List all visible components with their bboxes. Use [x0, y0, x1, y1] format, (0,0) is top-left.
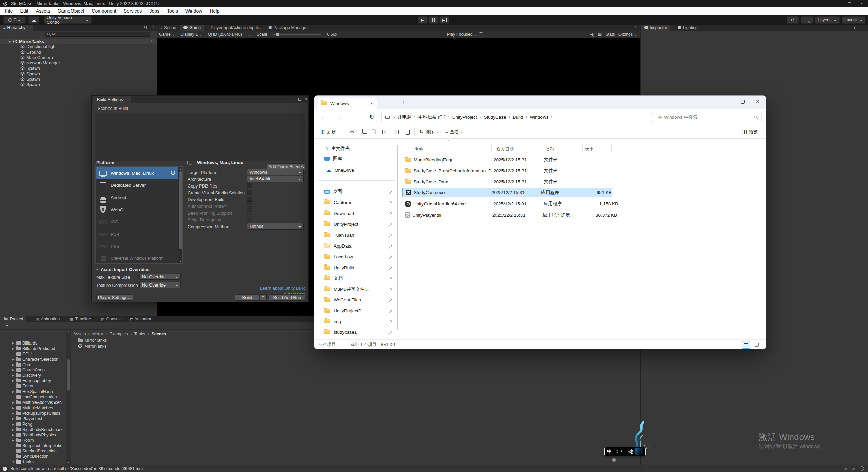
menu-window[interactable]: Window — [182, 8, 206, 14]
tree-item[interactable]: Editor — [0, 383, 66, 389]
build-and-run-button[interactable]: Build And Run — [269, 294, 305, 301]
ime-lang-indicator[interactable]: 中 — [607, 449, 612, 455]
tab-game[interactable]: Game — [180, 25, 204, 31]
platform-uwp[interactable]: Universal Windows Platform — [96, 252, 178, 264]
breadcrumb-item[interactable]: Mirror — [92, 332, 103, 336]
sidebar-unityproject[interactable]: UnityProject — [316, 219, 396, 229]
tree-item[interactable]: ▶RigidbodyPhysics — [0, 432, 66, 438]
lock-icon[interactable] — [144, 27, 147, 29]
hierarchy-add-button[interactable]: + — [3, 31, 8, 37]
scrollbar-thumb[interactable] — [67, 359, 70, 391]
column-date[interactable]: 修改日期 — [496, 146, 514, 152]
breadcrumb-item[interactable]: 本地磁盘 (C:) — [418, 114, 446, 120]
tree-item[interactable]: ▶Chat — [0, 362, 66, 368]
file-row[interactable]: UnityCrashHandler64.exe 2025/12/2 15:31 … — [405, 199, 618, 209]
breadcrumb-item[interactable]: Build — [513, 115, 523, 120]
tab-console[interactable]: ▤Console — [98, 316, 125, 322]
breadcrumb-item[interactable]: Tanks — [134, 332, 145, 336]
tree-item[interactable]: Snapshot Interpolatio — [0, 443, 66, 448]
column-size[interactable]: 大小 — [585, 146, 594, 152]
hierarchy-item[interactable]: Spawn — [20, 76, 40, 82]
target-platform-dropdown[interactable]: Windows — [247, 169, 304, 175]
file-row[interactable]: MonoBleedingEdge 2025/12/2 15:31 文件夹 — [405, 155, 618, 165]
project-zoom-slider[interactable] — [612, 458, 634, 462]
gizmos-dropdown[interactable]: Gizmos — [618, 32, 636, 37]
window-menu-icon[interactable]: ⋮ — [292, 97, 296, 101]
breadcrumb-item[interactable]: Windows — [530, 115, 549, 120]
unity-minimize-icon[interactable] — [835, 4, 839, 4]
tree-item[interactable]: ▶CouchCoop — [0, 367, 66, 373]
texture-compression-dropdown[interactable]: No Override — [139, 282, 181, 288]
view-button[interactable]: ≡ 查看 — [442, 126, 467, 137]
platform-ios[interactable]: iOSiOS — [96, 216, 178, 228]
maximize-icon[interactable] — [298, 98, 301, 101]
project-asset-scene[interactable]: MirrorTanks — [78, 343, 106, 349]
platform-list-scrollbar[interactable]: ▲ ▼ — [178, 167, 182, 263]
display-dropdown[interactable]: Display 1 — [180, 32, 201, 37]
explorer-search-input[interactable] — [658, 115, 754, 120]
sidebar-appdata[interactable]: AppData — [316, 241, 396, 251]
copy-pdb-checkbox[interactable] — [247, 183, 252, 188]
unity-close-icon[interactable]: × — [860, 1, 863, 6]
toolbar-search-button[interactable] — [801, 16, 813, 24]
layers-dropdown[interactable]: Layers — [815, 16, 840, 24]
development-build-checkbox[interactable] — [247, 197, 252, 202]
breadcrumb-item[interactable]: Examples — [110, 332, 128, 336]
thumbnail-view-button[interactable] — [752, 341, 761, 349]
breadcrumb-bar[interactable]: ›此电脑 ›本地磁盘 (C:) ›UnityProject ›StudyCase… — [381, 112, 652, 122]
cloud-button[interactable]: ☁ — [28, 16, 39, 24]
breadcrumb-item[interactable]: Scenes — [151, 332, 166, 336]
play-button[interactable]: ▶ — [418, 16, 428, 24]
build-dropdown-caret[interactable] — [259, 294, 267, 301]
tab-hierarchy[interactable]: ≡ Hierarchy — [0, 25, 33, 31]
tree-item[interactable]: ▶MultipleAdditiveScen — [0, 400, 66, 405]
unity-maximize-icon[interactable] — [848, 2, 851, 5]
frame-debugger-icon[interactable] — [479, 32, 483, 36]
close-icon[interactable]: × — [756, 98, 760, 105]
menu-gameobject[interactable]: GameObject — [54, 8, 88, 14]
tree-item[interactable]: ▶PlayerTest — [0, 416, 66, 421]
platform-windows-mac-linux[interactable]: Windows, Mac, Linux — [96, 167, 178, 179]
file-row-selected[interactable]: StudyCase.exe 2025/12/2 15:31 应用程序 651 K… — [402, 188, 612, 197]
tab-package-manager[interactable]: ▣Package Manager — [265, 25, 311, 31]
tree-item[interactable]: ▶MultipleMatches — [0, 405, 66, 411]
project-tree-scrollbar[interactable]: ▲ ▼ — [66, 330, 71, 465]
tab-project[interactable]: Project — [0, 316, 26, 322]
scenes-in-build-list[interactable] — [95, 113, 305, 161]
tab-scene[interactable]: #Scene — [157, 25, 180, 31]
tree-item[interactable]: ▶Pong — [0, 421, 66, 427]
hierarchy-item[interactable]: Directional light — [20, 44, 57, 49]
inspector-menu-icon[interactable]: ⋮ — [862, 25, 866, 30]
status-icon-cache[interactable]: ⊘ — [851, 466, 855, 471]
sidebar-wechat-files[interactable]: WeChat Files — [316, 295, 396, 305]
version-control-button[interactable]: Unity Version Control — [44, 16, 92, 24]
tab-close-icon[interactable]: × — [370, 101, 373, 106]
file-row[interactable]: StudyCase_Data 2025/12/2 15:31 文件夹 — [405, 177, 618, 187]
ime-keyboard-indicator[interactable]: 键 — [628, 449, 633, 455]
menu-edit[interactable]: Edit — [17, 8, 32, 14]
sidebar-documents[interactable]: 文档 — [316, 273, 396, 283]
tree-item[interactable]: ▶Discovery — [0, 373, 66, 378]
copy-button[interactable] — [358, 126, 368, 137]
new-button[interactable]: ⊕ 新建 — [317, 126, 343, 137]
scale-slider[interactable] — [273, 31, 321, 38]
tree-item[interactable]: ▶BilliardsPredicted — [0, 346, 66, 351]
menu-tools[interactable]: Tools — [163, 8, 182, 14]
resolution-dropdown[interactable]: QHD (2560x1440) — [208, 32, 250, 37]
mute-audio-icon[interactable]: ◀) — [590, 32, 595, 37]
detach-icon[interactable] — [152, 32, 155, 35]
project-asset-folder[interactable]: MirrorTanks — [78, 338, 107, 343]
sidebar-tuantuan[interactable]: TuanTuan — [316, 230, 396, 240]
ime-width-indicator[interactable]: ☽ — [614, 449, 618, 454]
hierarchy-item[interactable]: Spawn — [20, 71, 40, 76]
step-button[interactable]: ▶ — [439, 16, 449, 24]
sidebar-captures[interactable]: Captures — [316, 197, 396, 208]
close-icon[interactable]: × — [304, 96, 307, 101]
tab-playerinputactions[interactable]: PlayerInputActions (Input... — [207, 25, 265, 31]
breadcrumb-item[interactable]: StudyCase — [484, 115, 506, 120]
tab-animator[interactable]: ⇄Animator — [126, 316, 155, 322]
tree-item-tanks[interactable]: ▼Tanks — [0, 459, 66, 465]
sidebar-locallow[interactable]: LocalLow — [316, 252, 396, 262]
sidebar-onedrive[interactable]: ›☁OneDrive — [316, 165, 396, 175]
file-row[interactable]: StudyCase_BurstDebugInformation_D... 202… — [405, 165, 618, 176]
